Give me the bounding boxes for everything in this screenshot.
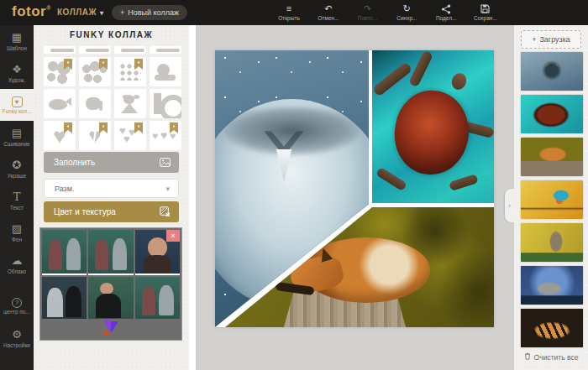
save-button[interactable]: Сохран... — [467, 0, 504, 25]
template-thumbnail-heart[interactable]: ×♥ ♦ — [44, 121, 76, 150]
ad-close-button[interactable]: × — [166, 230, 180, 242]
share-icon — [441, 4, 451, 14]
collage-canvas[interactable] — [215, 50, 494, 327]
plus-icon: + — [120, 8, 124, 17]
sidebar-item-settings[interactable]: ⚙ Настройки — [0, 322, 34, 354]
uploads-panel: › + Загрузка Очистить все — [514, 25, 588, 370]
template-row-partial — [44, 46, 181, 54]
ad-photo — [135, 277, 180, 320]
template-thumbnail[interactable] — [150, 46, 181, 54]
template-thumbnail[interactable] — [44, 46, 76, 54]
template-thumbnail-snail[interactable] — [150, 57, 181, 86]
template-thumbnail-whale[interactable] — [44, 89, 76, 118]
background-hatch-icon: ▨ — [12, 223, 22, 236]
size-dropdown[interactable]: Разм. ▾ — [44, 179, 179, 198]
panel-scrollbar[interactable] — [189, 25, 196, 370]
template-thumbnail-circles2[interactable]: ♦ — [79, 57, 111, 86]
new-collage-button[interactable]: + Новый коллаж — [112, 5, 187, 20]
uploaded-photo-wolf[interactable] — [521, 266, 583, 305]
sidebar-item-artistic[interactable]: ❖ Худож. — [0, 57, 34, 89]
redo-icon: ↷ — [364, 4, 371, 14]
color-texture-button[interactable]: Цвет и текстура — [44, 201, 179, 222]
funky-collage-heart-icon: ♥ — [12, 96, 23, 107]
turtle-shell — [389, 86, 474, 179]
template-row-1: ♦ ♦ ♦ — [44, 57, 181, 86]
sidebar-item-background[interactable]: ▨ Фон — [0, 216, 34, 248]
whale-shape-icon — [44, 89, 76, 118]
left-sidebar: ▦ Шаблон ❖ Худож. ♥ Funky кол... ▤ Сшива… — [0, 25, 34, 370]
trash-icon — [524, 352, 531, 362]
clear-all-button[interactable]: Очистить все — [514, 352, 588, 362]
help-center-icon: ? — [12, 298, 22, 308]
plus-icon: + — [532, 35, 536, 44]
ad-photo — [42, 277, 87, 320]
save-icon — [480, 4, 490, 14]
template-thumbnail-panda[interactable] — [114, 89, 146, 118]
turtle-flipper — [408, 50, 433, 87]
ad-photo — [88, 277, 133, 320]
template-thumbnail[interactable] — [114, 46, 146, 54]
funky-collage-panel: FUNKY КОЛЛАЖ ♦ ♦ ♦ ×♥ ♦ ♥ ♦ — [34, 25, 196, 370]
fill-button[interactable]: Заполнить — [44, 152, 179, 173]
sidebar-item-decoration[interactable]: ✪ Украше — [0, 153, 34, 185]
undo-button[interactable]: ↶ Отмен... — [310, 0, 347, 25]
cloud-icon: ☁ — [12, 255, 23, 268]
uploaded-photo-owl[interactable] — [521, 52, 583, 91]
template-grid-icon: ▦ — [12, 32, 22, 44]
fotor-logo[interactable]: fotor® — [12, 3, 51, 20]
owl-eye — [307, 128, 346, 166]
texture-pen-icon — [160, 206, 171, 217]
uploaded-photo-tiger[interactable] — [521, 309, 583, 347]
uploaded-photo-fox[interactable] — [521, 138, 583, 176]
chevron-down-icon: ▾ — [165, 185, 170, 193]
disc-shape-icon — [150, 89, 181, 118]
sidebar-item-funky-collage[interactable]: ♥ Funky кол... — [0, 89, 34, 121]
upload-button[interactable]: + Загрузка — [521, 30, 581, 49]
uploaded-photo-turtle[interactable] — [521, 95, 583, 133]
sidebar-item-template[interactable]: ▦ Шаблон — [0, 25, 34, 57]
registered-mark: ® — [46, 5, 51, 11]
turtle-flipper — [372, 61, 412, 96]
share-button[interactable]: Подел... — [428, 0, 465, 25]
template-thumbnail-split-heart[interactable]: ♥ ♦ — [79, 121, 111, 150]
template-thumbnail-elephant[interactable] — [79, 89, 111, 118]
turtle-head — [449, 71, 469, 92]
owl-eye — [222, 126, 260, 164]
decoration-star-icon: ✪ — [13, 159, 22, 172]
sidebar-item-stitching[interactable]: ▤ Сшивание — [0, 121, 34, 153]
top-bar: fotor® КОЛЛАЖ▾ + Новый коллаж ≡ Открыть … — [0, 0, 588, 25]
undo-icon: ↶ — [324, 4, 332, 14]
redo-button[interactable]: ↷ Повто... — [349, 0, 386, 25]
template-thumbnail-heart-clover[interactable]: ♥♥♥ ♦ — [114, 121, 146, 150]
topbar-actions: ≡ Открыть ↶ Отмен... ↷ Повто... ↻ Синхр.… — [270, 0, 504, 25]
sync-button[interactable]: ↻ Синхр... — [388, 0, 425, 25]
uploaded-photo-rabbit[interactable] — [521, 223, 583, 262]
sidebar-item-cloud[interactable]: ☁ Облако — [0, 248, 34, 280]
collage-menu-dropdown[interactable]: КОЛЛАЖ▾ — [57, 8, 103, 17]
sidebar-item-help-center[interactable]: ? центр по... — [0, 290, 34, 322]
template-thumbnail-disc[interactable] — [150, 89, 181, 118]
artistic-frame-icon: ❖ — [12, 64, 22, 76]
panel-title: FUNKY КОЛЛАЖ — [34, 30, 189, 39]
template-thumbnail[interactable] — [79, 46, 111, 54]
workspace — [196, 25, 514, 370]
stitching-rows-icon: ▤ — [12, 128, 22, 140]
chevron-down-icon: ▾ — [100, 9, 104, 17]
panda-shape-icon — [114, 89, 146, 118]
ad-brand-logo-icon — [111, 321, 118, 333]
collage-cell-turtle-photo[interactable] — [372, 50, 494, 203]
sync-icon: ↻ — [403, 4, 411, 14]
ad-banner[interactable]: × — [39, 227, 182, 341]
turtle-flipper — [449, 174, 479, 191]
template-thumbnail-dots[interactable]: ♦ — [114, 57, 146, 86]
template-row-2 — [44, 89, 181, 118]
sidebar-item-text[interactable]: T Текст — [0, 185, 34, 216]
template-thumbnail-triple-hearts[interactable]: ♥♥♥ ♦ — [150, 121, 181, 150]
chevron-right-icon: › — [508, 201, 511, 210]
uploaded-photo-kingfisher[interactable] — [521, 180, 583, 219]
template-thumbnail-circles[interactable]: ♦ — [44, 57, 76, 86]
image-icon — [160, 158, 171, 167]
sidebar-divider — [0, 280, 34, 290]
open-button[interactable]: ≡ Открыть — [270, 0, 307, 25]
panel-collapse-tab[interactable]: › — [505, 189, 514, 222]
